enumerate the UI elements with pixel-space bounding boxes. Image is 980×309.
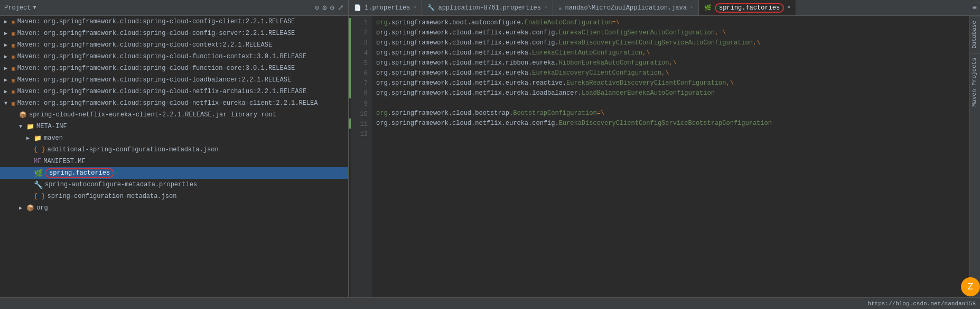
line-num-8: 8 — [351, 89, 368, 99]
tree-item-label: META-INF — [36, 123, 67, 130]
tree-item-label: Maven: org.springframework.cloud:spring-… — [17, 53, 306, 60]
maven-icon: ▣ — [12, 77, 15, 84]
tree-item-autoconfigure[interactable]: 🔧 spring-autoconfigure-metadata.properti… — [0, 179, 348, 190]
line-num-9: 9 — [351, 99, 368, 110]
arrow-icon: ▶ — [4, 88, 12, 95]
tab-1-properties[interactable]: 📄 1.properties × — [349, 0, 422, 15]
tab-spring-factories[interactable]: 🌿 spring.factories × — [699, 0, 796, 15]
project-panel: Project ▼ ⊙ ⚙ ⚙ ⤢ ▶ ▣ Maven: org.springf… — [0, 0, 349, 297]
tree-item-manifest[interactable]: MF MANIFEST.MF — [0, 156, 348, 167]
status-bar: https://blog.csdn.net/nandao158 — [0, 297, 980, 309]
toolbar-icons: ⊙ ⚙ ⚙ ⤢ — [315, 3, 344, 12]
code-line-9 — [376, 98, 965, 108]
tree-item-label: Maven: org.springframework.cloud:spring-… — [17, 30, 295, 37]
code-line-1: org.springframework.boot.autoconfigure.E… — [376, 18, 965, 28]
tab-java-file[interactable]: ☕ nandao\MicroZuulApplication.java × — [553, 0, 699, 15]
right-sidebar: Database Maven Projects — [969, 16, 980, 297]
tree-item-function-context[interactable]: ▶ ▣ Maven: org.springframework.cloud:spr… — [0, 51, 348, 62]
database-panel-tab[interactable]: Database — [970, 16, 980, 53]
code-line-6: org.springframework.cloud.netflix.eureka… — [376, 68, 965, 78]
line-num-11: 11 — [351, 120, 368, 130]
arrow-icon: ▼ — [4, 101, 12, 106]
tree-item-label: additional-spring-configuration-metadata… — [48, 146, 219, 153]
line-numbers: 1 2 3 4 5 6 7 8 9 10 11 12 — [351, 16, 372, 297]
arrow-icon: ▶ — [4, 77, 12, 83]
tree-item-label: spring-configuration-metadata.json — [48, 193, 177, 200]
maven-icon: ▣ — [12, 53, 15, 60]
maven-icon: ▣ — [12, 88, 15, 95]
expand-icon[interactable]: ⤢ — [338, 3, 344, 12]
tree-item-maven-folder[interactable]: ▶ 📁 maven — [0, 132, 348, 144]
tab-label: application-8761.properties — [438, 4, 540, 12]
tree-item-spring-factories[interactable]: 🌿 spring.factories — [0, 167, 348, 179]
tab-close-btn[interactable]: × — [690, 5, 693, 11]
project-dropdown-icon[interactable]: ▼ — [33, 5, 36, 11]
settings-icon[interactable]: ⚙ — [330, 3, 334, 12]
code-line-7: org.springframework.cloud.netflix.eureka… — [376, 78, 965, 88]
tree-item-loadbalancer[interactable]: ▶ ▣ Maven: org.springframework.cloud:spr… — [0, 74, 348, 86]
sync-icon[interactable]: ⊙ — [315, 3, 319, 12]
tree-item-org[interactable]: ▶ 📦 org — [0, 202, 348, 214]
tree-item-label: org — [36, 204, 48, 212]
arrow-icon: ▶ — [19, 205, 26, 211]
tree-item-label: spring-cloud-netflix-eureka-client-2.2.1… — [29, 111, 276, 119]
tree-item-additional-json[interactable]: { } additional-spring-configuration-meta… — [0, 144, 348, 156]
gear-icon[interactable]: ⚙ — [322, 3, 326, 12]
maven-icon: ▣ — [12, 100, 15, 107]
line-num-3: 3 — [351, 38, 368, 48]
tree-item-label: MANIFEST.MF — [43, 158, 85, 165]
folder-icon: 📁 — [34, 134, 42, 142]
tree-item-config-client[interactable]: ▶ ▣ Maven: org.springframework.cloud:spr… — [0, 16, 348, 28]
tree-item-jar[interactable]: 📦 spring-cloud-netflix-eureka-client-2.2… — [0, 109, 348, 121]
line-num-10: 10 — [351, 110, 368, 120]
code-line-11: org.springframework.cloud.netflix.eureka… — [376, 119, 965, 129]
properties-icon: 🔧 — [34, 180, 43, 189]
tab-close-btn[interactable]: × — [787, 5, 790, 11]
tree-item-function-core[interactable]: ▶ ▣ Maven: org.springframework.cloud:spr… — [0, 62, 348, 74]
jar-icon: 📦 — [19, 111, 27, 119]
tab-close-btn[interactable]: × — [544, 5, 547, 11]
code-editor[interactable]: org.springframework.boot.autoconfigure.E… — [372, 16, 969, 297]
maven-icon: ▣ — [12, 30, 15, 37]
arrow-icon: ▶ — [4, 19, 12, 25]
project-tree: ▶ ▣ Maven: org.springframework.cloud:spr… — [0, 16, 348, 297]
code-line-5: org.springframework.cloud.netflix.ribbon… — [376, 58, 965, 68]
tab-close-btn[interactable]: × — [413, 5, 416, 11]
arrow-icon: ▶ — [4, 42, 12, 48]
folder-icon: 📁 — [26, 123, 34, 131]
tree-item-label: maven — [44, 134, 63, 142]
status-url: https://blog.csdn.net/nandao158 — [867, 301, 976, 307]
editor-area: 📄 1.properties × 🔧 application-8761.prop… — [349, 0, 980, 297]
line-num-12: 12 — [351, 130, 368, 140]
user-avatar: Z — [961, 277, 980, 296]
tab-label: 1.properties — [365, 4, 410, 12]
line-num-1: 1 — [351, 18, 368, 28]
line-num-2: 2 — [351, 28, 368, 38]
tree-item-config-metadata-json[interactable]: { } spring-configuration-metadata.json — [0, 190, 348, 202]
spring-factories-label: spring.factories — [49, 169, 110, 177]
tree-item-label: spring-autoconfigure-metadata.properties — [45, 181, 197, 188]
tab-application-properties[interactable]: 🔧 application-8761.properties × — [422, 0, 553, 15]
maven-icon: ▣ — [12, 65, 15, 72]
editor-content: 1 2 3 4 5 6 7 8 9 10 11 12 org.springfra… — [349, 16, 980, 297]
maven-icon: ▣ — [12, 19, 15, 25]
arrow-icon: ▶ — [4, 65, 12, 71]
tab-overflow-icon[interactable]: ≡ — [973, 4, 977, 12]
maven-projects-panel-tab[interactable]: Maven Projects — [970, 53, 980, 111]
tree-item-label: Maven: org.springframework.cloud:spring-… — [17, 99, 318, 107]
tab-file-icon: 🌿 — [704, 4, 712, 11]
tree-item-context[interactable]: ▶ ▣ Maven: org.springframework.cloud:spr… — [0, 39, 348, 51]
tree-item-metainf[interactable]: ▼ 📁 META-INF — [0, 121, 348, 132]
tree-item-config-server[interactable]: ▶ ▣ Maven: org.springframework.cloud:spr… — [0, 28, 348, 39]
line-num-7: 7 — [351, 79, 368, 89]
arrow-icon: ▶ — [26, 135, 34, 141]
maven-icon: ▣ — [12, 42, 15, 49]
tree-item-label: Maven: org.springframework.cloud:spring-… — [17, 41, 272, 49]
tree-item-label: Maven: org.springframework.cloud:spring-… — [17, 76, 291, 84]
tree-item-archaius[interactable]: ▶ ▣ Maven: org.springframework.cloud:spr… — [0, 86, 348, 97]
tree-item-eureka-client[interactable]: ▼ ▣ Maven: org.springframework.cloud:spr… — [0, 97, 348, 109]
tab-label: spring.factories — [719, 4, 780, 12]
arrow-icon: ▶ — [4, 53, 12, 60]
code-line-10: org.springframework.cloud.bootstrap.Boot… — [376, 108, 965, 119]
arrow-icon: ▼ — [19, 124, 26, 130]
